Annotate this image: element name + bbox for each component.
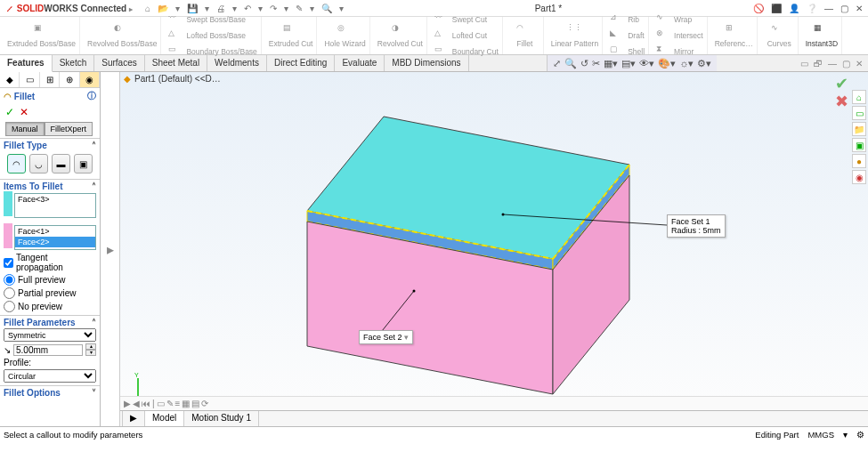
callout-radius-value[interactable]: 5mm — [703, 226, 721, 235]
display-style-icon[interactable]: ▤▾ — [621, 58, 636, 69]
fillet-type-variable-icon[interactable]: ◡ — [29, 154, 48, 174]
face-set-2-callout[interactable]: Face Set 2 ▾ — [359, 330, 413, 344]
list-item[interactable]: Face<3> — [15, 194, 95, 205]
motion-toolbar[interactable]: ▶◀⏮|▭✎≡▦▤⟳ — [120, 396, 868, 410]
view-tabs[interactable]: ◀ ▶ Model Motion Study 1 — [120, 410, 868, 426]
hole-wizard-button[interactable]: ◎Hole Wizard — [320, 17, 369, 54]
face-set-1-list[interactable]: Face<3> — [14, 193, 96, 218]
extruded-boss-button[interactable]: ▣Extruded Boss/Base — [4, 17, 80, 54]
property-manager: ◆ ▭ ⊞ ⊕ ◉ ◠ Fillet ⓘ ✓ ✕ Manual FilletXp… — [0, 72, 101, 426]
pm-tab-display-icon[interactable]: ⊞ — [40, 72, 60, 87]
minimize-pane-icon[interactable]: — — [828, 59, 837, 69]
cmd-tab-sketch[interactable]: Sketch — [53, 55, 95, 71]
status-settings-icon[interactable]: ⚙ — [856, 430, 864, 440]
instant3d-button[interactable]: ▦Instant3D — [802, 17, 842, 54]
cmd-tab-evaluate[interactable]: Evaluate — [335, 55, 385, 71]
reference-geometry-button[interactable]: ⊞Referenc… — [711, 17, 758, 54]
tile-icon[interactable]: ▭ — [800, 59, 808, 69]
extruded-cut-button[interactable]: ▤Extruded Cut — [265, 17, 318, 54]
model-tab[interactable]: Model — [145, 411, 184, 426]
pm-tab-prop-icon[interactable]: ⊕ — [60, 72, 79, 87]
qa-icon-0[interactable]: ⌂ — [145, 4, 150, 13]
cmd-tab-features[interactable]: Features — [0, 55, 53, 72]
qa-icon-1[interactable]: 📂 — [158, 4, 168, 13]
pm-confirm-row: ✓ ✕ — [0, 104, 100, 120]
qa-icon-10[interactable]: ▾ — [284, 4, 288, 13]
feature-flyout-1[interactable]: ⊿Rib ◣Draft ▢Shell — [606, 17, 649, 54]
qa-icon-13[interactable]: 🔍 — [321, 4, 332, 13]
fillet-type-constant-icon[interactable]: ◠ — [7, 154, 26, 174]
view-orientation-icon[interactable]: ▦▾ — [604, 58, 618, 69]
partial-preview-radio[interactable] — [4, 287, 15, 299]
flyout-tree-toggle[interactable]: ▸ — [101, 72, 120, 426]
radius-input[interactable]: 5.00mm — [13, 344, 83, 356]
cmd-tab-sheet-metal[interactable]: Sheet Metal — [145, 55, 207, 71]
cmd-tab-mbd-dimensions[interactable]: MBD Dimensions — [385, 55, 468, 71]
pm-tab-config-icon[interactable]: ▭ — [20, 72, 39, 87]
maximize-pane-icon[interactable]: ▢ — [842, 59, 850, 69]
hide-show-icon[interactable]: 👁▾ — [639, 58, 654, 69]
profile-select[interactable]: Circular — [4, 369, 96, 383]
view-settings-icon[interactable]: ⚙▾ — [697, 58, 711, 69]
revolved-cut-button[interactable]: ◑Revolved Cut — [374, 17, 427, 54]
radius-stepper[interactable]: ▴▾ — [85, 343, 96, 356]
qa-icon-9[interactable]: ↷ — [270, 4, 277, 13]
tangent-prop-checkbox[interactable] — [4, 258, 13, 268]
pm-tab-feature-icon[interactable]: ◆ — [0, 72, 20, 87]
edit-appearance-icon[interactable]: 🎨▾ — [658, 58, 676, 69]
fillet-type-full-icon[interactable]: ▣ — [74, 154, 93, 174]
prev-view-icon[interactable]: ↺ — [580, 58, 588, 69]
pm-tab-row[interactable]: ◆ ▭ ⊞ ⊕ ◉ — [0, 72, 100, 88]
face-set-2-list[interactable]: Face<1> Face<2> — [14, 225, 96, 250]
zoom-fit-icon[interactable]: ⤢ — [553, 58, 561, 69]
pm-title: ◠ Fillet ⓘ — [0, 88, 100, 104]
list-item[interactable]: Face<2> — [15, 237, 95, 247]
fillet-button[interactable]: ◠Fillet — [507, 17, 544, 54]
window-control-4[interactable]: — — [824, 4, 833, 13]
feature-flyout-2[interactable]: ∿Wrap ⊗Intersect ⧗Mirror — [653, 17, 708, 54]
window-control-2[interactable]: 👤 — [789, 4, 799, 13]
window-control-5[interactable]: ▢ — [840, 4, 848, 13]
status-menu-icon[interactable]: ▾ — [843, 430, 848, 440]
qa-icon-8[interactable]: ▾ — [258, 4, 263, 13]
cmd-tab-direct-editing[interactable]: Direct Editing — [267, 55, 335, 71]
heads-up-view-toolbar[interactable]: ⤢ 🔍 ↺ ✂ ▦▾ ▤▾ 👁▾ 🎨▾ ☼▾ ⚙▾ — [547, 55, 717, 71]
section-view-icon[interactable]: ✂ — [592, 58, 600, 69]
cascade-icon[interactable]: 🗗 — [814, 59, 823, 69]
window-control-6[interactable]: ✕ — [856, 4, 863, 13]
full-preview-radio[interactable] — [4, 274, 15, 286]
set1-color-bar — [4, 191, 12, 216]
window-control-1[interactable]: ⬛ — [771, 4, 782, 13]
boss-flyout[interactable]: 〰Swept Boss/Base △Lofted Boss/Base ▭Boun… — [165, 17, 261, 54]
window-control-0[interactable]: 🚫 — [753, 4, 764, 13]
pm-mode-switch[interactable]: Manual FilletXpert — [5, 122, 94, 136]
linear-pattern-button[interactable]: ⋮⋮Linear Pattern — [548, 17, 603, 54]
revolved-boss-button[interactable]: ◐Revolved Boss/Base — [84, 17, 161, 54]
cmd-tab-surfaces[interactable]: Surfaces — [94, 55, 144, 71]
curves-button[interactable]: ∿Curves — [761, 17, 799, 54]
filletxpert-tab[interactable]: FilletXpert — [45, 122, 93, 136]
graphics-viewport[interactable]: ◆Part1 (Default) <<D… ✔ ✖ ⌂ ▭ 📁 ▣ ● ◉ — [120, 72, 868, 426]
manual-tab[interactable]: Manual — [5, 122, 45, 136]
list-item[interactable]: Face<1> — [15, 226, 95, 237]
help-icon[interactable]: ⓘ — [87, 90, 96, 102]
qa-icon-12[interactable]: ▾ — [310, 4, 314, 13]
motion-study-tab[interactable]: Motion Study 1 — [184, 411, 259, 426]
cut-flyout[interactable]: 〰Swept Cut △Lofted Cut ▭Boundary Cut — [431, 17, 503, 54]
no-preview-radio[interactable] — [4, 301, 15, 312]
apply-scene-icon[interactable]: ☼▾ — [679, 58, 694, 69]
symmetry-select[interactable]: Symmetric — [4, 328, 96, 342]
cmd-tab-weldments[interactable]: Weldments — [207, 55, 267, 71]
close-pane-icon[interactable]: ✕ — [856, 59, 863, 69]
zoom-window-icon[interactable]: 🔍 — [564, 58, 577, 69]
pane-window-controls[interactable]: ▭ 🗗 — ▢ ✕ — [795, 55, 868, 71]
qa-icon-11[interactable]: ✎ — [296, 4, 303, 13]
units-label[interactable]: MMGS — [807, 430, 834, 440]
face-set-1-callout[interactable]: Face Set 1 Radius : 5mm — [667, 214, 726, 238]
nav-right-icon[interactable]: ▶ — [123, 411, 145, 426]
window-control-3[interactable]: ❔ — [807, 4, 817, 13]
pm-tab-active-icon[interactable]: ◉ — [80, 72, 100, 87]
cancel-button[interactable]: ✕ — [20, 106, 28, 118]
ok-button[interactable]: ✓ — [5, 106, 14, 118]
fillet-type-face-icon[interactable]: ▬ — [52, 154, 70, 174]
